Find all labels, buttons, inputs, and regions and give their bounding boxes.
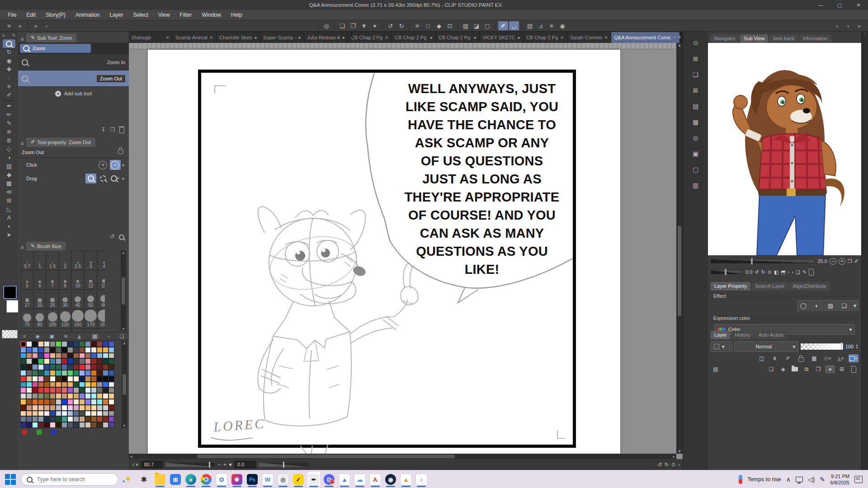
color-swatch[interactable] [44,376,50,382]
color-swatch[interactable] [79,382,85,388]
color-swatch[interactable] [26,376,32,382]
color-swatch[interactable] [61,382,67,388]
color-swatch[interactable] [79,347,85,353]
subtool-panel-tab[interactable]: ✎Sub Tool: Zoom [26,33,76,42]
color-swatch[interactable] [50,422,56,428]
color-swatch[interactable] [85,347,91,353]
color-swatch[interactable] [56,353,61,359]
combine-layer-icon[interactable]: ❐ [813,365,823,373]
color-swatch[interactable] [91,341,97,347]
menu-view[interactable]: View [154,11,174,19]
zoom-100-icon[interactable]: ■ [229,462,231,467]
color-swatch[interactable] [97,382,103,388]
color-swatch[interactable] [73,376,79,382]
color-swatch[interactable] [103,387,108,393]
material-doc2-icon[interactable]: ▢ [690,164,701,174]
color-swatch[interactable] [85,358,91,364]
color-swatch[interactable] [97,399,103,405]
app-clip-studio[interactable]: ◎ [277,472,289,487]
material-book-icon[interactable]: ▥ [690,180,701,190]
draft-layer-icon[interactable]: ✐ [783,354,793,362]
app-file-explorer[interactable] [154,472,166,487]
color-swatch[interactable] [67,347,73,353]
color-swatch[interactable] [97,393,103,399]
brush-size-25[interactable]: 25 [46,290,59,309]
color-swatch[interactable] [32,382,38,388]
color-swatch[interactable] [73,405,79,411]
color-swatch[interactable] [32,347,38,353]
color-swatch[interactable] [108,416,114,422]
brush-size-1[interactable]: 1 [33,251,46,270]
color-swatch[interactable] [20,422,26,428]
saturated-line-tool[interactable]: ≪ [3,188,15,196]
color-swatch[interactable] [108,382,114,388]
perspective-icon[interactable]: ⊿ [536,21,546,30]
color-swatch[interactable] [103,358,108,364]
tab-sub-view[interactable]: Sub View [740,34,768,43]
color-swatch[interactable] [44,387,50,393]
color-swatch[interactable] [85,370,91,376]
material-folder-icon[interactable]: ❏ [690,70,701,80]
flip-v-icon[interactable]: ⬒ [781,269,785,275]
enable-mask-icon[interactable]: ◎▾ [822,354,832,362]
brush-size-200[interactable]: 200 [97,309,105,328]
color-swatch[interactable] [91,376,97,382]
color-swatch[interactable] [91,353,97,359]
menu-edit[interactable]: Edit [22,11,40,19]
color-swatch[interactable] [97,416,103,422]
color-swatch[interactable] [26,341,32,347]
color-swatch[interactable] [61,387,67,393]
halftone-effect-icon[interactable]: ▨ [824,300,837,311]
rotate-canvas-tool[interactable]: ↻ [3,48,15,56]
color-swatch[interactable] [97,376,103,382]
brush-size-50[interactable]: 50 [84,290,97,309]
brush-size-2.5[interactable]: 2.5 [71,251,84,270]
brush-size-menu-icon[interactable]: ≡ [18,244,26,251]
app-outlook[interactable]: O [215,472,228,487]
opacity-value[interactable]: 100 [845,344,854,349]
zoom-in-click-button[interactable]: + [98,160,108,170]
apply-mask-icon[interactable]: ⊞ [837,365,847,373]
tone-effect-icon[interactable]: ◐ [811,300,823,311]
color-swatch[interactable] [26,393,32,399]
clip-studio-logo-icon[interactable]: ◎ [321,21,331,30]
app-creative-cloud[interactable]: ❋ [231,472,243,487]
color-swatch[interactable] [20,370,26,376]
color-swatch[interactable] [32,358,38,364]
airbrush-tool[interactable]: ≋ [3,127,15,136]
color-swatch[interactable] [91,358,97,364]
app-microsoft-store[interactable]: ⊞ [169,472,182,487]
color-swatch[interactable] [91,399,97,405]
color-swatch[interactable] [108,370,114,376]
color-swatch[interactable] [38,370,44,376]
color-swatch[interactable] [50,416,56,422]
app-apple-music[interactable]: ♪ [415,472,428,487]
brush-size-12[interactable]: 12 [84,270,97,290]
app-photoshop[interactable]: Ps [246,472,259,487]
canvas[interactable]: LOREC WELL ANYWAYS, JUST LIKE SCAMP SAID… [148,50,620,454]
color-swatch[interactable] [91,370,97,376]
undo-icon[interactable]: ↺ [386,21,396,30]
quick-access-icon[interactable]: ⊙ [690,38,701,48]
brush-size-clipped[interactable] [84,328,97,331]
menu-icon[interactable]: ≡ [4,21,14,30]
color-swatch[interactable] [44,364,50,370]
color-swatch[interactable] [32,387,38,393]
zoom-value[interactable]: 80.7 [141,461,163,468]
brush-size-clipped[interactable] [59,328,71,331]
color-swatch[interactable] [73,387,79,393]
app-chrome[interactable] [200,472,212,487]
brush-size-15[interactable]: 15 [97,270,105,290]
color-swatch[interactable] [103,382,108,388]
color-swatch[interactable] [44,341,50,347]
color-swatch[interactable] [56,411,61,417]
subview-panel[interactable] [708,43,861,255]
color-swatch[interactable] [56,393,61,399]
green-swatch[interactable] [37,430,42,435]
volume-icon[interactable]: ◁) [808,476,815,483]
new-raster-layer-icon[interactable]: ❏ [766,365,776,373]
color-swatch[interactable] [38,399,44,405]
color-swatch[interactable] [26,370,32,376]
color-swatch[interactable] [50,347,56,353]
click-dropdown-icon[interactable]: ▾ [122,163,124,168]
